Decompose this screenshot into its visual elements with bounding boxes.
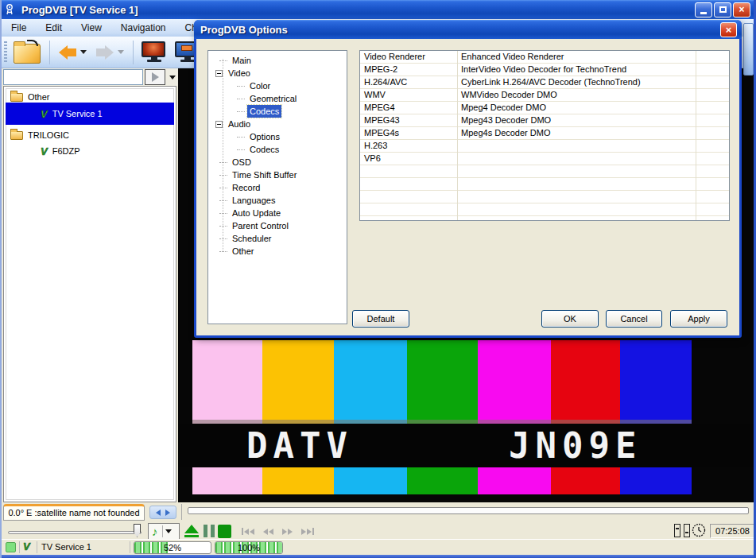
search-input[interactable] [3, 69, 143, 85]
channel-v-icon: V [23, 541, 30, 552]
codec-row[interactable]: VP6 [360, 153, 729, 165]
dialog-body: Main Video Color Geometrical Codecs Audi… [196, 39, 739, 335]
progdvb-window: ProgDVB [TV Service 1] × File Edit View … [0, 0, 756, 558]
toolbar-gripper[interactable] [4, 41, 7, 64]
app-icon [5, 3, 17, 16]
codec-row[interactable]: MPEG43Mpeg43 Decoder DMO [360, 114, 729, 127]
folder-icon [10, 93, 23, 102]
right-scrollbar-thumb[interactable] [743, 23, 754, 76]
caption-band: DATV JN09E [178, 424, 755, 467]
group-label: Other [28, 92, 50, 102]
codec-row[interactable]: WMVWMVideo Decoder DMO [360, 89, 729, 102]
tree-item-video-codecs[interactable]: Codecs [208, 105, 347, 118]
title-bar[interactable]: ProgDVB [TV Service 1] × [2, 0, 754, 19]
back-arrow-icon[interactable] [59, 45, 76, 60]
status-bar: V TV Service 1 52% 100% [2, 539, 754, 555]
close-button[interactable]: × [733, 2, 750, 17]
tree-item-video[interactable]: Video [208, 67, 347, 79]
tree-item-video-geometrical[interactable]: Geometrical [208, 92, 347, 105]
channel-v-icon: V [41, 108, 48, 120]
menu-view[interactable]: View [72, 21, 111, 35]
stop-button[interactable] [218, 525, 231, 538]
codec-row[interactable]: H.264/AVCCyberLink H.264/AVC Decoder (Te… [360, 76, 729, 89]
apply-button[interactable]: Apply [670, 310, 727, 327]
pause-button[interactable] [204, 525, 215, 537]
menu-navigation[interactable]: Navigation [111, 21, 176, 35]
clock-time: 07:25:08 [710, 524, 755, 538]
tree-item-time-shift-buffer[interactable]: Time Shift Buffer [208, 169, 347, 181]
rewind-button[interactable] [263, 529, 273, 535]
clock-icon [692, 523, 706, 541]
fast-forward-button[interactable] [282, 529, 293, 535]
seek-bar[interactable] [188, 507, 749, 514]
eject-button[interactable] [184, 525, 199, 537]
channel-v-icon: V [41, 145, 48, 157]
play-channel-button[interactable] [145, 69, 165, 85]
channel-search-row [3, 68, 178, 86]
maximize-button[interactable] [714, 2, 731, 17]
tree-item-auto-update[interactable]: Auto Update [208, 207, 347, 219]
signal-level-label: 52% [134, 542, 211, 553]
ok-button[interactable]: OK [541, 310, 599, 327]
satellite-tab[interactable]: 0.0° E :satellite name not founded [3, 504, 145, 521]
combo-dropdown-icon[interactable] [169, 76, 176, 79]
forward-arrow-icon[interactable] [96, 45, 114, 60]
tree-item-audio-options[interactable]: Options [208, 130, 347, 143]
open-file-icon[interactable] [14, 44, 41, 64]
tab-scroll-buttons[interactable] [149, 506, 176, 519]
audio-track-button[interactable]: ♪ [148, 523, 180, 540]
default-button[interactable]: Default [352, 310, 409, 327]
channel-label: F6DZP [52, 146, 80, 156]
skip-end-button[interactable] [301, 528, 314, 535]
video-caption-locator: JN09E [509, 425, 642, 466]
video-window-icon[interactable] [142, 41, 167, 63]
forward-dropdown-icon[interactable] [118, 50, 124, 54]
scroll-left-icon[interactable] [156, 510, 161, 516]
codec-row[interactable]: Video RendererEnhanced Video Renderer [360, 51, 729, 64]
tree-item-audio-codecs[interactable]: Codecs [208, 143, 347, 156]
equalizer-icon[interactable] [674, 524, 690, 537]
tree-item-languages[interactable]: Languages [208, 194, 347, 207]
tree-item-video-color[interactable]: Color [208, 79, 347, 92]
codec-table: Video RendererEnhanced Video Renderer MP… [359, 50, 730, 221]
dialog-title: ProgDVB Options [200, 24, 288, 36]
channel-item-f6dzp[interactable]: V F6DZP [6, 144, 174, 158]
codec-row[interactable]: H.263 [360, 140, 729, 153]
tree-item-parent-control[interactable]: Parent Control [208, 219, 347, 232]
signal-quality-bar: 100% [215, 541, 283, 554]
tree-item-record[interactable]: Record [208, 181, 347, 194]
skip-start-button[interactable] [242, 528, 254, 535]
tree-item-audio[interactable]: Audio [208, 118, 347, 130]
codec-row[interactable]: MPEG-2InterVideo Video Decoder for Techn… [360, 64, 729, 76]
volume-slider[interactable] [8, 531, 142, 534]
signal-level-bar: 52% [134, 541, 211, 554]
color-bars-top [178, 340, 755, 424]
minimize-button[interactable] [695, 2, 712, 17]
codec-row[interactable]: MPEG4Mpeg4 Decoder DMO [360, 102, 729, 114]
video-caption-datv: DATV [246, 425, 353, 466]
tree-item-other[interactable]: Other [208, 245, 347, 258]
tree-item-scheduler[interactable]: Scheduler [208, 232, 347, 245]
channel-list-panel: Other V TV Service 1 TRILOGIC V F6DZP [3, 86, 176, 502]
dialog-close-button[interactable]: × [720, 22, 737, 37]
window-title: ProgDVB [TV Service 1] [21, 4, 138, 16]
options-tree: Main Video Color Geometrical Codecs Audi… [207, 50, 347, 324]
collapse-icon[interactable] [215, 70, 223, 77]
channel-label: TV Service 1 [52, 109, 103, 118]
tree-item-osd[interactable]: OSD [208, 156, 347, 169]
scroll-right-icon[interactable] [165, 510, 170, 516]
menu-edit[interactable]: Edit [36, 21, 72, 35]
dialog-title-bar[interactable]: ProgDVB Options × [194, 20, 742, 39]
options-dialog: ProgDVB Options × Main Video Color Geome… [194, 20, 742, 338]
tree-item-main[interactable]: Main [208, 54, 347, 67]
channel-group-trilogic[interactable]: TRILOGIC [6, 128, 174, 142]
cancel-button[interactable]: Cancel [606, 310, 662, 327]
back-dropdown-icon[interactable] [80, 50, 87, 54]
channel-item-tv-service-1[interactable]: V TV Service 1 [6, 103, 174, 125]
menu-file[interactable]: File [2, 21, 36, 35]
audio-dropdown-icon[interactable] [165, 529, 172, 533]
collapse-icon[interactable] [215, 121, 223, 128]
volume-slider-thumb[interactable] [134, 524, 141, 537]
skip-controls [242, 528, 314, 535]
codec-row[interactable]: MPEG4sMpeg4s Decoder DMO [360, 127, 729, 140]
